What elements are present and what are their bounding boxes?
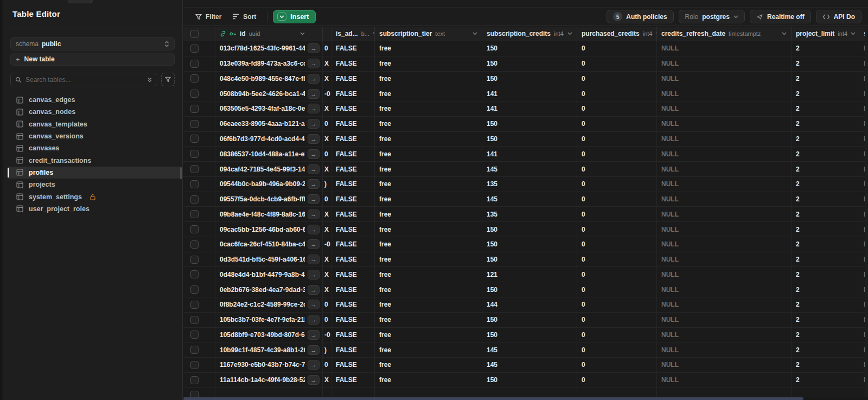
cell-refresh[interactable]: NULL (657, 101, 792, 116)
row-checkbox[interactable] (190, 270, 199, 278)
table-row[interactable]: 1167e930-e5b0-43b7-b74c-788c9...→0FALSEf… (183, 358, 868, 373)
cell-refresh[interactable]: NULL (657, 72, 792, 86)
cell-refresh[interactable]: NULL (657, 162, 792, 176)
cell-limit[interactable]: 2 (792, 313, 859, 327)
cell-id[interactable]: 0d3d541d-bf5c-459f-a406-16b93...→ (215, 252, 323, 267)
cell-credits[interactable]: 145 (482, 192, 577, 207)
cell-is_admin[interactable]: FALSE (331, 132, 375, 147)
cell-tier[interactable]: free (375, 342, 482, 357)
cell-purchased[interactable]: 0 (577, 147, 657, 161)
cell-is_admin[interactable]: FALSE (331, 297, 375, 312)
cell-tier[interactable] (375, 388, 482, 397)
cell-credits[interactable]: 150 (482, 328, 577, 342)
row-checkbox[interactable] (190, 240, 199, 249)
cell-is_admin[interactable]: FALSE (331, 56, 375, 71)
table-row[interactable]: 09544b0c-ba9b-496a-9b09-244...→)FALSEfre… (183, 177, 868, 192)
row-checkbox[interactable] (190, 316, 199, 324)
cell-clip[interactable]: 0 (323, 117, 331, 131)
expand-row-button[interactable]: → (308, 209, 320, 219)
expand-row-button[interactable]: → (308, 375, 320, 385)
cell-clip[interactable]: -0 (323, 328, 331, 342)
cell-purchased[interactable]: 0 (577, 207, 657, 221)
cell-limit[interactable]: 2 (792, 41, 859, 56)
cell-refresh[interactable]: NULL (657, 297, 792, 312)
row-checkbox[interactable] (190, 346, 199, 354)
sort-button[interactable]: Sort (227, 10, 261, 23)
sidebar-item-canvas_templates[interactable]: canvas_templates (8, 118, 182, 130)
cell-credits[interactable]: 150 (482, 56, 577, 71)
cell-id[interactable]: 06f6b7d3-977d-4cd0-acd4-4a78...→ (215, 132, 323, 147)
horizontal-scrollbar-thumb[interactable] (183, 397, 803, 400)
chevron-down-icon[interactable] (567, 32, 572, 35)
cell-purchased[interactable]: 0 (577, 297, 657, 312)
cell-id[interactable]: 11a114cb-1a4c-49f4-9b28-52219ec...→ (215, 373, 323, 388)
row-checkbox[interactable] (190, 120, 199, 128)
cell-tier[interactable]: free (375, 222, 482, 237)
cell-purchased[interactable]: 0 (577, 267, 657, 282)
cell-limit[interactable]: 2 (792, 267, 859, 282)
table-row[interactable]: 06eaee33-8905-4aaa-b121-ab552...→0FALSEf… (183, 117, 868, 132)
cell-purchased[interactable]: 0 (577, 342, 657, 357)
cell-is_admin[interactable]: FALSE (331, 147, 375, 161)
cell-credits[interactable] (482, 388, 577, 397)
filter-button[interactable]: Filter (190, 10, 227, 23)
row-checkbox[interactable] (190, 135, 199, 143)
cell-is_admin[interactable]: FALSE (331, 358, 375, 372)
cell-tier[interactable]: free (375, 192, 482, 207)
cell-refresh[interactable]: NULL (657, 86, 792, 101)
table-row[interactable]: 0d3d541d-bf5c-459f-a406-16b93...→XFALSEf… (183, 252, 868, 268)
cell-tier[interactable]: free (375, 41, 482, 56)
cell-clip[interactable]: X (323, 222, 331, 237)
cell-id[interactable]: 09cac5bb-1256-46bd-ab60-64ed...→ (215, 222, 323, 237)
cell-credits[interactable]: 141 (482, 147, 577, 161)
cell-purchased[interactable]: 0 (577, 192, 657, 207)
cell-tier[interactable]: free (375, 373, 482, 388)
cell-is_admin[interactable]: FALSE (331, 86, 375, 101)
cell-limit[interactable]: 2 (792, 222, 859, 237)
cell-is_admin[interactable] (331, 388, 375, 397)
sidebar-item-system_settings[interactable]: system_settings (8, 191, 182, 202)
auth-policies-button[interactable]: 5 Auth policies (607, 10, 673, 23)
cell-credits[interactable]: 150 (482, 41, 577, 56)
cell-tier[interactable]: free (375, 117, 482, 131)
cell-credits[interactable]: 150 (482, 72, 577, 86)
row-checkbox[interactable] (190, 391, 199, 397)
cell-refresh[interactable]: NULL (657, 132, 792, 147)
expand-row-button[interactable]: → (308, 119, 320, 129)
cell-refresh[interactable]: NULL (657, 313, 792, 327)
cell-id[interactable]: 1167e930-e5b0-43b7-b74c-788c9...→ (215, 358, 323, 372)
table-row[interactable]: 11a114cb-1a4c-49f4-9b28-52219ec...→XFALS… (183, 373, 868, 388)
cell-credits[interactable]: 150 (482, 132, 577, 147)
cell-purchased[interactable]: 0 (577, 101, 657, 116)
chevron-down-icon[interactable] (300, 32, 305, 35)
row-checkbox[interactable] (190, 90, 199, 98)
table-row[interactable]: 105d8bf9-e703-49bd-807d-645e...→-0FALSEf… (183, 328, 868, 343)
cell-credits[interactable]: 135 (482, 207, 577, 221)
cell-clip[interactable]: ) (323, 342, 331, 357)
row-checkbox[interactable] (190, 74, 199, 82)
cell-clip[interactable]: X (323, 132, 331, 147)
schema-select[interactable]: schema public (10, 37, 175, 50)
cell-limit[interactable]: 2 (792, 328, 859, 342)
row-checkbox[interactable] (190, 225, 199, 233)
cell-clip[interactable]: X (323, 252, 331, 267)
double-chevron-down-icon[interactable] (147, 77, 152, 83)
cell-credits[interactable]: 141 (482, 101, 577, 116)
cell-limit[interactable]: 2 (792, 207, 859, 221)
cell-is_admin[interactable]: FALSE (331, 41, 375, 56)
cell-is_admin[interactable]: FALSE (331, 192, 375, 207)
sidebar-item-projects[interactable]: projects (8, 179, 182, 191)
cell-credits[interactable]: 121 (482, 267, 577, 282)
row-checkbox[interactable] (190, 331, 199, 339)
chevron-down-icon[interactable] (473, 32, 477, 35)
cell-id[interactable]: 013cf78d-1625-43fc-9961-442189...→ (215, 41, 323, 56)
expand-row-button[interactable]: → (308, 89, 320, 99)
cell-credits[interactable]: 144 (482, 297, 577, 312)
sidebar-item-profiles[interactable]: profiles (8, 167, 182, 179)
cell-limit[interactable]: 2 (792, 252, 859, 267)
cell-refresh[interactable] (657, 388, 792, 397)
cell-refresh[interactable]: NULL (657, 56, 792, 71)
cell-id[interactable]: 094caf42-7185-4e45-99f3-14abee...→ (215, 162, 323, 176)
chevron-down-icon[interactable] (277, 12, 286, 21)
column-header-purchased_credits[interactable]: purchased_creditsint4 (577, 27, 657, 41)
